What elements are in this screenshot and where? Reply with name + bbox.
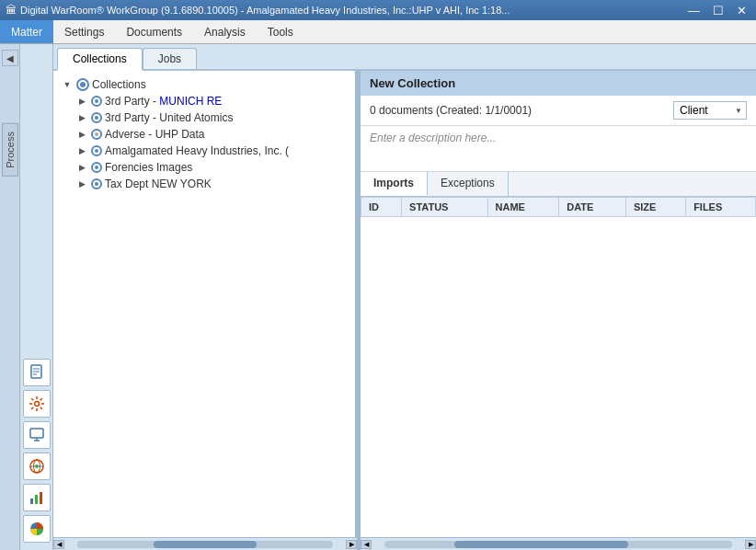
gear-sidebar-button[interactable] bbox=[23, 390, 51, 418]
tree-expander-root[interactable]: ▼ bbox=[61, 78, 74, 91]
icon-sidebar bbox=[20, 44, 53, 550]
svg-rect-14 bbox=[40, 492, 42, 504]
tree-node-5[interactable]: ▶ Tax Dept NEW YORK bbox=[74, 176, 349, 192]
tab-jobs[interactable]: Jobs bbox=[143, 48, 197, 69]
menu-item-documents[interactable]: Documents bbox=[115, 20, 193, 43]
inner-tab-imports[interactable]: Imports bbox=[361, 172, 428, 196]
tree-expander-1[interactable]: ▶ bbox=[75, 111, 88, 124]
scroll-right-left-arrow[interactable]: ◀ bbox=[361, 540, 372, 549]
col-header-files: FILES bbox=[686, 198, 756, 217]
tree-node-collections-root[interactable]: ▼ Collections bbox=[59, 76, 349, 93]
titlebar-controls: — ☐ ✕ bbox=[684, 4, 750, 17]
tree-label-0: 3rd Party - MUNICH RE bbox=[105, 95, 222, 108]
right-scrollbar[interactable]: ◀ ▶ bbox=[361, 537, 756, 550]
col-header-id: ID bbox=[361, 198, 402, 217]
tabs-bar: Collections Jobs bbox=[53, 44, 756, 71]
menubar: Matter Settings Documents Analysis Tools bbox=[0, 20, 756, 44]
scroll-right-arrow[interactable]: ▶ bbox=[346, 540, 357, 549]
inner-tabs: Imports Exceptions bbox=[361, 172, 756, 197]
client-dropdown[interactable]: Client bbox=[673, 101, 747, 120]
left-scroll-thumb[interactable] bbox=[154, 541, 256, 548]
right-panel: New Collection 0 documents (Created: 1/1… bbox=[361, 71, 756, 537]
tree-node-2[interactable]: ▶ Adverse - UHP Data bbox=[74, 126, 349, 143]
content-area: Collections Jobs ▼ Collections bbox=[53, 44, 756, 550]
menu-item-matter[interactable]: Matter bbox=[0, 20, 53, 43]
tree-icon-2 bbox=[91, 129, 102, 140]
left-scrollbar[interactable]: ◀ ▶ bbox=[53, 537, 357, 550]
description-placeholder: Enter a description here... bbox=[370, 132, 496, 144]
tree-label-1: 3rd Party - United Atomics bbox=[105, 111, 233, 124]
collection-meta: 0 documents (Created: 1/1/0001) Client bbox=[361, 96, 756, 126]
left-panel: ▼ Collections ▶ 3rd Party - MUNICH RE bbox=[53, 71, 357, 537]
titlebar-left: 🏛 Digital WarRoom® WorkGroup (9.1.6890.1… bbox=[6, 4, 510, 17]
svg-point-4 bbox=[34, 402, 39, 407]
app-icon: 🏛 bbox=[6, 4, 17, 17]
tab-collections[interactable]: Collections bbox=[57, 48, 143, 71]
tree-expander-3[interactable]: ▶ bbox=[75, 144, 88, 157]
tree-label-4: Forencies Images bbox=[105, 161, 192, 174]
tree-expander-0[interactable]: ▶ bbox=[75, 95, 88, 108]
tree-children: ▶ 3rd Party - MUNICH RE ▶ 3rd Party - Un… bbox=[74, 93, 349, 192]
menu-item-analysis[interactable]: Analysis bbox=[193, 20, 257, 43]
tree-icon-1 bbox=[91, 112, 102, 123]
scroll-left-arrow[interactable]: ◀ bbox=[53, 540, 64, 549]
monitor-sidebar-button[interactable] bbox=[23, 421, 51, 449]
tree-expander-5[interactable]: ▶ bbox=[75, 178, 88, 190]
chart-pie-sidebar-button[interactable] bbox=[23, 515, 51, 543]
split-area: ▼ Collections ▶ 3rd Party - MUNICH RE bbox=[53, 71, 756, 537]
collection-header: New Collection bbox=[361, 71, 756, 96]
svg-point-11 bbox=[35, 464, 39, 468]
titlebar-text: Digital WarRoom® WorkGroup (9.1.6890.100… bbox=[20, 5, 510, 16]
process-side: ◀ Process bbox=[0, 44, 20, 550]
main-layout: ◀ Process Collections Jobs bbox=[0, 44, 756, 550]
right-scroll-track[interactable] bbox=[384, 541, 732, 548]
menu-item-tools[interactable]: Tools bbox=[257, 20, 304, 43]
tree-node-4[interactable]: ▶ Forencies Images bbox=[74, 159, 349, 176]
tree-expander-2[interactable]: ▶ bbox=[75, 128, 88, 141]
tree-root: ▼ Collections ▶ 3rd Party - MUNICH RE bbox=[53, 71, 355, 198]
menu-item-settings[interactable]: Settings bbox=[53, 20, 115, 43]
tree-icon-4 bbox=[91, 162, 102, 173]
restore-button[interactable]: ☐ bbox=[709, 4, 727, 17]
right-scroll-thumb[interactable] bbox=[454, 541, 628, 548]
inner-tab-exceptions[interactable]: Exceptions bbox=[428, 172, 509, 196]
tree-icon-3 bbox=[91, 145, 102, 156]
col-header-status: STATUS bbox=[402, 198, 487, 217]
col-header-date: DATE bbox=[559, 198, 626, 217]
tree-icon-root bbox=[76, 78, 89, 91]
col-header-size: SIZE bbox=[625, 198, 685, 217]
minimize-button[interactable]: — bbox=[684, 4, 704, 17]
col-header-name: NAME bbox=[487, 198, 559, 217]
svg-rect-5 bbox=[30, 429, 43, 438]
meta-text: 0 documents (Created: 1/1/0001) bbox=[370, 104, 532, 117]
collapse-button[interactable]: ◀ bbox=[2, 50, 18, 66]
tree-label-3: Amalgamated Heavy Industries, Inc. ( bbox=[105, 144, 289, 157]
tree-label-root: Collections bbox=[92, 78, 146, 91]
imports-table-container: ID STATUS NAME DATE SIZE FILES bbox=[361, 197, 756, 537]
svg-rect-12 bbox=[30, 498, 33, 504]
close-button[interactable]: ✕ bbox=[733, 4, 750, 17]
imports-table: ID STATUS NAME DATE SIZE FILES bbox=[361, 197, 756, 217]
tree-label-5: Tax Dept NEW YORK bbox=[105, 178, 212, 190]
scroll-right-right-arrow[interactable]: ▶ bbox=[745, 540, 756, 549]
description-area[interactable]: Enter a description here... bbox=[361, 126, 756, 172]
bottom-scrollbars: ◀ ▶ ◀ ▶ bbox=[53, 537, 756, 550]
left-scroll-track[interactable] bbox=[77, 541, 333, 548]
tree-label-2: Adverse - UHP Data bbox=[105, 128, 205, 141]
process-tab[interactable]: Process bbox=[2, 123, 18, 177]
tree-icon-0 bbox=[91, 96, 102, 107]
tree-expander-4[interactable]: ▶ bbox=[75, 161, 88, 174]
tree-node-3[interactable]: ▶ Amalgamated Heavy Industries, Inc. ( bbox=[74, 143, 349, 159]
tree-icon-5 bbox=[91, 178, 102, 189]
globe-sidebar-button[interactable] bbox=[23, 453, 51, 480]
svg-rect-13 bbox=[35, 495, 38, 504]
tree-node-1[interactable]: ▶ 3rd Party - United Atomics bbox=[74, 109, 349, 126]
document-sidebar-button[interactable] bbox=[23, 359, 51, 386]
chart-bar-sidebar-button[interactable] bbox=[23, 484, 51, 511]
tree-node-0[interactable]: ▶ 3rd Party - MUNICH RE bbox=[74, 93, 349, 109]
titlebar: 🏛 Digital WarRoom® WorkGroup (9.1.6890.1… bbox=[0, 0, 756, 20]
